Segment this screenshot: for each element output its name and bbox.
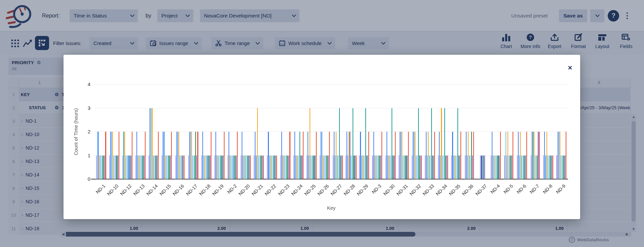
chart-bar[interactable] bbox=[380, 156, 381, 179]
chart-bar[interactable] bbox=[124, 132, 125, 179]
chart-bar[interactable] bbox=[496, 156, 496, 179]
chart-bar[interactable] bbox=[208, 156, 209, 179]
chart-bar[interactable] bbox=[310, 108, 310, 179]
chart-bar[interactable] bbox=[522, 156, 523, 179]
chart-bar[interactable] bbox=[140, 156, 141, 179]
chart-bar[interactable] bbox=[367, 156, 368, 179]
chart-bar[interactable] bbox=[509, 156, 509, 179]
chart-bar[interactable] bbox=[262, 156, 263, 179]
chart-bar[interactable] bbox=[406, 156, 406, 179]
chart-bar[interactable] bbox=[365, 108, 366, 179]
chart-bar[interactable] bbox=[219, 156, 220, 179]
chart-bar[interactable] bbox=[293, 156, 294, 179]
chart-bar[interactable] bbox=[267, 156, 268, 179]
chart-bar[interactable] bbox=[220, 156, 221, 179]
chart-bar[interactable] bbox=[372, 156, 373, 179]
chart-bar[interactable] bbox=[128, 156, 129, 179]
chart-bar[interactable] bbox=[363, 156, 364, 179]
chart-bar[interactable] bbox=[510, 156, 510, 179]
chart-bar[interactable] bbox=[434, 132, 435, 179]
chart-bar[interactable] bbox=[472, 156, 473, 179]
chart-bar[interactable] bbox=[538, 132, 538, 179]
chart-bar[interactable] bbox=[403, 156, 403, 179]
chart-bar[interactable] bbox=[348, 156, 348, 179]
chart-bar[interactable] bbox=[164, 132, 164, 179]
chart-bar[interactable] bbox=[328, 156, 329, 179]
chart-bar[interactable] bbox=[204, 156, 205, 179]
chart-bar[interactable] bbox=[230, 156, 230, 179]
chart-bar[interactable] bbox=[314, 156, 314, 179]
chart-bar[interactable] bbox=[313, 156, 313, 179]
chart-bar[interactable] bbox=[192, 156, 193, 179]
chart-bar[interactable] bbox=[355, 156, 356, 179]
chart-bar[interactable] bbox=[499, 156, 500, 179]
chart-bar[interactable] bbox=[500, 132, 501, 179]
chart-bar[interactable] bbox=[183, 156, 184, 179]
chart-bar[interactable] bbox=[552, 156, 552, 179]
chart-bar[interactable] bbox=[216, 156, 217, 179]
chart-bar[interactable] bbox=[381, 132, 382, 179]
chart-bar[interactable] bbox=[562, 156, 562, 179]
chart-bar[interactable] bbox=[498, 156, 498, 179]
chart-bar[interactable] bbox=[179, 156, 180, 179]
chart-bar[interactable] bbox=[232, 156, 232, 179]
close-icon[interactable]: × bbox=[566, 64, 574, 72]
chart-bar[interactable] bbox=[125, 156, 126, 179]
chart-bar[interactable] bbox=[427, 156, 428, 179]
chart-bar[interactable] bbox=[390, 156, 390, 179]
chart-bar[interactable] bbox=[417, 156, 417, 179]
chart-bar[interactable] bbox=[553, 156, 553, 179]
chart-bar[interactable] bbox=[162, 156, 162, 179]
chart-bar[interactable] bbox=[188, 156, 189, 179]
chart-bar[interactable] bbox=[130, 156, 130, 179]
chart-bar[interactable] bbox=[115, 156, 116, 179]
chart-bar[interactable] bbox=[333, 156, 333, 179]
chart-bar[interactable] bbox=[245, 156, 245, 179]
chart-bar[interactable] bbox=[217, 156, 218, 179]
chart-bar[interactable] bbox=[491, 156, 491, 179]
chart-bar[interactable] bbox=[535, 156, 535, 179]
chart-bar[interactable] bbox=[457, 108, 458, 179]
chart-bar[interactable] bbox=[300, 156, 301, 179]
chart-bar[interactable] bbox=[142, 156, 143, 179]
chart-bar[interactable] bbox=[361, 156, 362, 179]
chart-bar[interactable] bbox=[392, 108, 392, 179]
chart-bar[interactable] bbox=[483, 156, 484, 179]
chart-bar[interactable] bbox=[404, 156, 404, 179]
chart-bar[interactable] bbox=[289, 132, 290, 179]
chart-bar[interactable] bbox=[203, 156, 204, 179]
chart-bar[interactable] bbox=[445, 156, 446, 179]
chart-bar[interactable] bbox=[237, 132, 238, 179]
chart-bar[interactable] bbox=[446, 156, 447, 179]
chart-bar[interactable] bbox=[405, 156, 405, 179]
chart-bar[interactable] bbox=[176, 132, 177, 179]
chart-bar[interactable] bbox=[484, 156, 485, 179]
chart-bar[interactable] bbox=[374, 156, 375, 179]
chart-bar[interactable] bbox=[521, 156, 522, 179]
chart-bar[interactable] bbox=[494, 156, 494, 179]
chart-bar[interactable] bbox=[168, 156, 169, 179]
chart-bar[interactable] bbox=[123, 132, 124, 179]
chart-bar[interactable] bbox=[356, 156, 357, 179]
chart-bar[interactable] bbox=[231, 156, 231, 179]
chart-bar[interactable] bbox=[309, 156, 309, 179]
chart-bar[interactable] bbox=[431, 108, 432, 179]
chart-bar[interactable] bbox=[508, 132, 508, 179]
chart-bar[interactable] bbox=[234, 156, 235, 179]
chart-bar[interactable] bbox=[180, 156, 181, 179]
chart-bar[interactable] bbox=[229, 132, 229, 179]
chart-bar[interactable] bbox=[151, 108, 151, 179]
chart-bar[interactable] bbox=[335, 156, 335, 179]
chart-bar[interactable] bbox=[408, 132, 409, 179]
chart-bar[interactable] bbox=[165, 156, 166, 179]
chart-bar[interactable] bbox=[416, 156, 416, 179]
chart-bar[interactable] bbox=[246, 156, 247, 179]
chart-bar[interactable] bbox=[260, 156, 261, 179]
chart-bar[interactable] bbox=[418, 108, 419, 179]
chart-bar[interactable] bbox=[155, 156, 156, 179]
chart-bar[interactable] bbox=[286, 156, 287, 179]
chart-bar[interactable] bbox=[524, 156, 525, 179]
chart-bar[interactable] bbox=[455, 156, 456, 179]
chart-bar[interactable] bbox=[378, 156, 379, 179]
chart-bar[interactable] bbox=[495, 156, 495, 179]
